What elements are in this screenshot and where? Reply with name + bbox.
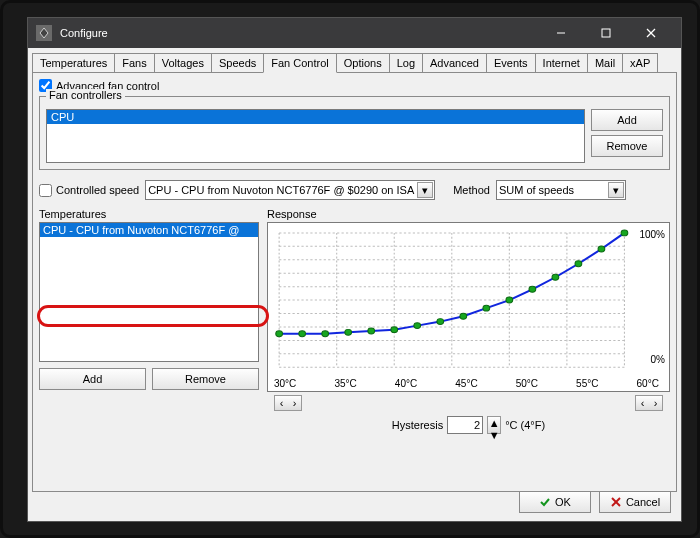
svg-point-32 — [506, 297, 513, 303]
svg-point-28 — [414, 323, 421, 329]
check-icon — [539, 496, 551, 508]
cancel-label: Cancel — [626, 496, 660, 508]
svg-point-27 — [391, 327, 398, 333]
svg-point-31 — [483, 305, 490, 311]
tab-fan-control[interactable]: Fan Control — [263, 53, 336, 73]
ok-label: OK — [555, 496, 571, 508]
svg-point-36 — [598, 246, 605, 252]
method-label: Method — [453, 184, 490, 196]
temperatures-list[interactable]: CPU - CPU from Nuvoton NCT6776F @ — [39, 222, 259, 362]
close-button[interactable] — [628, 18, 673, 48]
svg-point-26 — [368, 328, 375, 334]
y-max-label: 100% — [639, 229, 665, 240]
controlled-speed-label: Controlled speed — [56, 184, 139, 196]
x-scroll-right[interactable]: ‹› — [635, 395, 663, 411]
tab-events[interactable]: Events — [486, 53, 536, 73]
svg-point-34 — [552, 274, 559, 280]
fan-controllers-title: Fan controllers — [46, 89, 125, 101]
tab-voltages[interactable]: Voltages — [154, 53, 212, 73]
x-tick: 55°C — [576, 378, 598, 389]
x-scroll-left[interactable]: ‹› — [274, 395, 302, 411]
fan-controllers-list[interactable]: CPU — [46, 109, 585, 163]
ok-button[interactable]: OK — [519, 491, 591, 513]
svg-point-25 — [345, 329, 352, 335]
tab-temperatures[interactable]: Temperatures — [32, 53, 115, 73]
x-tick: 30°C — [274, 378, 296, 389]
tab-log[interactable]: Log — [389, 53, 423, 73]
remove-controller-button[interactable]: Remove — [591, 135, 663, 157]
svg-point-37 — [621, 230, 628, 236]
svg-point-35 — [575, 261, 582, 267]
tab-internet[interactable]: Internet — [535, 53, 588, 73]
method-value: SUM of speeds — [499, 184, 574, 196]
svg-line-2 — [647, 29, 655, 37]
svg-point-24 — [322, 331, 329, 337]
svg-point-33 — [529, 286, 536, 292]
response-chart[interactable]: 100% 0% 30°C35°C40°C45°C50°C55°C60°C ‹› … — [267, 222, 670, 392]
controlled-speed-value: CPU - CPU from Nuvoton NCT6776F @ $0290 … — [148, 184, 414, 196]
window-title: Configure — [60, 27, 538, 39]
x-tick: 50°C — [516, 378, 538, 389]
chevron-down-icon: ▾ — [417, 182, 433, 198]
maximize-button[interactable] — [583, 18, 628, 48]
tab-panel-fan-control: Advanced fan control Fan controllers CPU… — [32, 72, 677, 492]
add-controller-button[interactable]: Add — [591, 109, 663, 131]
cancel-button[interactable]: Cancel — [599, 491, 671, 513]
hysteresis-stepper[interactable]: ▲▼ — [487, 416, 501, 434]
controlled-speed-checkbox[interactable] — [39, 184, 52, 197]
tab-mail[interactable]: Mail — [587, 53, 623, 73]
svg-point-29 — [437, 319, 444, 325]
tab-fans[interactable]: Fans — [114, 53, 154, 73]
minimize-button[interactable] — [538, 18, 583, 48]
remove-temperature-button[interactable]: Remove — [152, 368, 259, 390]
x-tick: 60°C — [637, 378, 659, 389]
tab-advanced[interactable]: Advanced — [422, 53, 487, 73]
x-icon — [610, 496, 622, 508]
tab-speeds[interactable]: Speeds — [211, 53, 264, 73]
temperatures-title: Temperatures — [39, 208, 259, 220]
svg-rect-1 — [602, 29, 610, 37]
hysteresis-unit: °C (4°F) — [505, 419, 545, 431]
add-temperature-button[interactable]: Add — [39, 368, 146, 390]
hysteresis-label: Hysteresis — [392, 419, 443, 431]
configure-window: Configure TemperaturesFansVoltagesSpeeds… — [27, 17, 682, 522]
method-select[interactable]: SUM of speeds ▾ — [496, 180, 626, 200]
response-title: Response — [267, 208, 670, 220]
svg-point-22 — [276, 331, 283, 337]
svg-line-3 — [647, 29, 655, 37]
y-min-label: 0% — [651, 354, 665, 365]
tab-options[interactable]: Options — [336, 53, 390, 73]
tab-xap[interactable]: xAP — [622, 53, 658, 73]
chevron-down-icon: ▾ — [608, 182, 624, 198]
tab-strip: TemperaturesFansVoltagesSpeedsFan Contro… — [28, 48, 681, 72]
controlled-speed-select[interactable]: CPU - CPU from Nuvoton NCT6776F @ $0290 … — [145, 180, 435, 200]
list-item[interactable]: CPU — [47, 110, 584, 124]
app-icon — [36, 25, 52, 41]
hysteresis-input[interactable] — [447, 416, 483, 434]
list-item[interactable]: CPU - CPU from Nuvoton NCT6776F @ — [40, 223, 258, 237]
x-tick: 40°C — [395, 378, 417, 389]
x-tick: 35°C — [334, 378, 356, 389]
svg-point-23 — [299, 331, 306, 337]
titlebar[interactable]: Configure — [28, 18, 681, 48]
svg-point-30 — [460, 313, 467, 319]
x-tick: 45°C — [455, 378, 477, 389]
